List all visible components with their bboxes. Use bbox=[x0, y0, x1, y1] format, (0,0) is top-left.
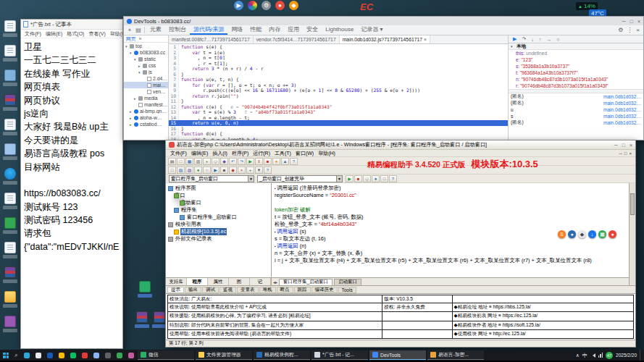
devtools-panel-tab[interactable]: 控制台 bbox=[165, 25, 190, 35]
speaker-icon[interactable] bbox=[590, 353, 595, 358]
desktop-icon[interactable] bbox=[152, 311, 167, 328]
toolbar-icon[interactable]: ‖ bbox=[255, 158, 263, 165]
scrollbar-thumb[interactable] bbox=[630, 193, 635, 215]
search-icon[interactable]: ⌕ bbox=[12, 351, 21, 359]
desktop-icon[interactable] bbox=[3, 119, 17, 135]
devtools-titlebar[interactable]: DevTools - b083083.cc/ ─□× bbox=[124, 17, 643, 25]
input-method-indicator[interactable]: 中 bbox=[582, 352, 587, 359]
task-button[interactable]: DevTools bbox=[369, 350, 426, 360]
tray-chevron-icon[interactable]: ∧ bbox=[576, 353, 580, 358]
devtools-panel-tab[interactable]: 记录器 ▾ bbox=[357, 25, 386, 35]
devtools-panel-tab[interactable]: 安全 bbox=[303, 25, 322, 35]
devtools-panel-tab[interactable]: 源代码/来源 bbox=[190, 25, 227, 35]
toolbar-icon[interactable]: ? bbox=[264, 167, 272, 174]
toolbar-icon[interactable]: ▦ bbox=[185, 158, 193, 165]
task-button[interactable]: 微信 bbox=[138, 350, 194, 360]
scope-variable[interactable]: n:"90746db48c87d3b1073a015f1a1a0343" bbox=[509, 76, 643, 83]
toolbar-icon[interactable]: ◆ bbox=[220, 158, 228, 165]
desktop-icon[interactable] bbox=[3, 193, 17, 209]
toolbar-icon[interactable]: ? bbox=[389, 175, 397, 182]
ide-menu-item[interactable]: 工具(T) bbox=[272, 150, 293, 157]
resource-tree-item[interactable]: 精易模块[10.3.5].ec bbox=[166, 228, 271, 235]
toolbar-icon[interactable]: ▥ bbox=[194, 158, 202, 165]
minimize-button[interactable]: ─ bbox=[614, 143, 618, 148]
resource-tab[interactable]: 记 bbox=[250, 278, 271, 285]
toolbar-icon[interactable]: ● bbox=[272, 158, 280, 165]
desktop-icon[interactable] bbox=[3, 20, 17, 37]
pinned-app-icon[interactable] bbox=[70, 353, 76, 358]
desktop-icon[interactable] bbox=[3, 168, 17, 185]
ide-menu-item[interactable]: 窗口(W) bbox=[293, 150, 316, 157]
pinned-app-icon[interactable] bbox=[59, 353, 64, 358]
ide-menu-item[interactable]: 编辑(E) bbox=[189, 150, 210, 157]
callstack-frame[interactable]: (匿名)main.0db1d032… bbox=[509, 93, 643, 100]
pinned-app-icon[interactable] bbox=[117, 353, 122, 358]
output-tab[interactable]: 调试 bbox=[202, 287, 219, 293]
callstack-frame[interactable]: (匿名)main.0db1d032… bbox=[509, 119, 643, 126]
ide-menu-item[interactable]: 帮助(H) bbox=[316, 150, 338, 157]
toolbar-icon[interactable]: ▤ bbox=[168, 158, 176, 165]
editor-file-tab[interactable]: main.0db1d032.js?71739714561717× bbox=[340, 35, 430, 43]
toolbar-icon[interactable]: ▶ bbox=[246, 158, 254, 165]
debugger-control-icon[interactable]: ↑ bbox=[539, 37, 542, 42]
output-tab[interactable]: 堆栈 bbox=[259, 287, 276, 293]
desktop-icon[interactable] bbox=[3, 242, 17, 258]
network-icon[interactable] bbox=[598, 353, 603, 358]
sheet-tab[interactable]: 窗口程序集_启动窗口 bbox=[279, 279, 333, 285]
notepad-menu-item[interactable]: 编辑(E) bbox=[43, 30, 64, 38]
debugger-control-icon[interactable]: → bbox=[546, 37, 551, 42]
ide-menu-item[interactable]: 运行(R) bbox=[251, 150, 272, 157]
pinned-app-icon[interactable] bbox=[82, 353, 88, 358]
file-tree-item[interactable]: ▾static bbox=[124, 56, 168, 62]
toolbar-icon[interactable]: ● bbox=[372, 175, 380, 182]
debugger-control-icon[interactable]: ○ bbox=[556, 37, 559, 42]
toolbar-icon[interactable]: ↷ bbox=[238, 158, 246, 165]
toolbar-icon[interactable]: ■ bbox=[264, 158, 272, 165]
toolbar-icon[interactable]: + bbox=[246, 167, 254, 174]
resource-tree-item[interactable]: 程序集 bbox=[166, 206, 271, 214]
close-button[interactable]: × bbox=[637, 19, 640, 24]
start-button[interactable] bbox=[0, 350, 12, 361]
devtools-panel-tab[interactable]: Lighthouse bbox=[322, 25, 357, 35]
toolbar-icon[interactable]: ▧ bbox=[177, 167, 185, 174]
toolbar-icon[interactable]: ■ bbox=[354, 175, 362, 182]
task-button[interactable]: 精易模块例程... bbox=[254, 350, 310, 360]
vertical-scrollbar[interactable] bbox=[629, 183, 635, 285]
toolbar-icon[interactable]: □ bbox=[177, 158, 185, 165]
maximize-button[interactable]: □ bbox=[622, 143, 625, 148]
toolbar-icon[interactable]: ■ bbox=[220, 167, 228, 174]
toolbar-icon[interactable]: ? bbox=[290, 158, 298, 165]
resource-tree-item[interactable]: 启动窗口 bbox=[166, 199, 271, 206]
resource-tab[interactable]: 程序 bbox=[187, 278, 208, 285]
toolbar-icon[interactable]: ● bbox=[194, 167, 202, 174]
close-button[interactable]: × bbox=[630, 143, 632, 148]
toolbar-icon[interactable]: □ bbox=[168, 167, 176, 174]
callstack-frame[interactable]: smain.0db1d032… bbox=[509, 113, 643, 119]
editor-file-tab[interactable]: manifest.008fc7…71739714561717 bbox=[169, 35, 254, 43]
file-tree-item[interactable]: ▾b083083.cc bbox=[124, 49, 168, 56]
debugger-control-icon[interactable]: ▶ bbox=[513, 36, 517, 42]
ide-titlebar[interactable]: 易语言-加密php C:\Users\Administrator\Desktop… bbox=[166, 140, 635, 150]
frame-location[interactable]: main.0db1d032… bbox=[603, 107, 641, 112]
toolbar-icon[interactable]: ▼ bbox=[255, 167, 263, 174]
file-tree-item[interactable]: main.0db1d03… bbox=[124, 82, 168, 88]
mdi-close-button[interactable]: × bbox=[629, 151, 632, 156]
desktop-icon[interactable] bbox=[138, 281, 152, 298]
mdi-minimize-button[interactable]: ─ bbox=[619, 151, 622, 156]
pinned-app-icon[interactable] bbox=[47, 353, 53, 358]
event-combo[interactable]: _启动窗口_创建完毕 ▼ bbox=[257, 175, 343, 182]
mdi-restore-button[interactable]: □ bbox=[624, 151, 627, 156]
desktop-icon[interactable] bbox=[3, 266, 17, 283]
ide-menu-item[interactable]: 程序(P) bbox=[230, 150, 251, 157]
toolbar-icon[interactable]: ▲ bbox=[281, 158, 289, 165]
notepad-menu-item[interactable]: 文件(F) bbox=[22, 30, 43, 38]
resource-tree-item[interactable]: 模块引用表 bbox=[166, 221, 271, 228]
file-tree-item[interactable]: ▸media bbox=[124, 95, 168, 101]
resource-tree-item[interactable]: 程序界面 bbox=[166, 185, 271, 192]
editor-file-tab[interactable]: vendor.7c5f3414…71739714561717 bbox=[254, 35, 340, 43]
callstack-frame[interactable]: (匿名)main.0db1d032… bbox=[509, 100, 643, 106]
devtools-panel-tab[interactable]: 性能 bbox=[246, 25, 265, 35]
desktop-icon[interactable] bbox=[3, 45, 17, 62]
floating-tool-icon[interactable]: ↓ bbox=[588, 230, 596, 238]
frame-location[interactable]: main.0db1d032… bbox=[603, 120, 641, 125]
